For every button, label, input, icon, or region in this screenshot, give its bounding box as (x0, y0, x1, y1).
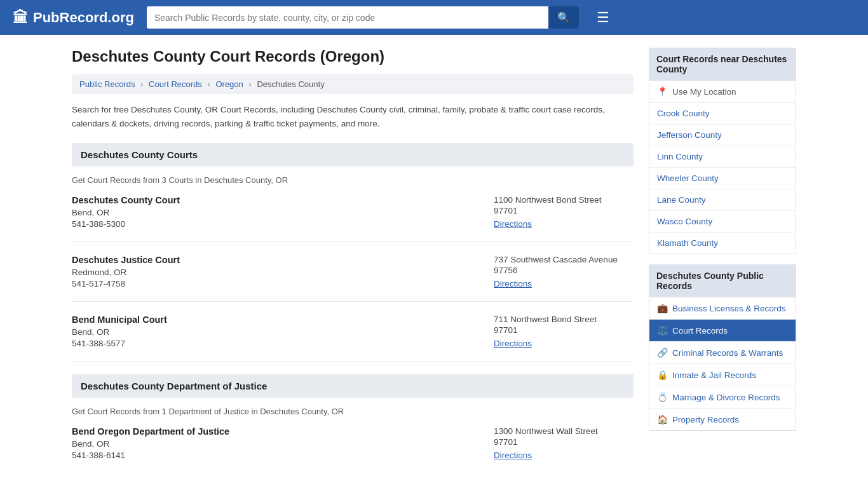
court-address-2: 711 Northwest Bond Street 97701 Directio… (494, 315, 634, 348)
house-icon: 🏠 (657, 414, 668, 424)
business-licenses-label: Business Licenses & Records (672, 304, 786, 313)
sidebar-item-court-records[interactable]: ⚖️ Court Records (649, 320, 796, 342)
directions-link-0[interactable]: Directions (494, 219, 532, 229)
klamath-county-label: Klamath County (657, 238, 718, 248)
court-address-line2-1: 97756 (494, 266, 634, 275)
court-address-line2-doj-0: 97701 (494, 437, 634, 447)
court-address-doj-0: 1300 Northwest Wall Street 97701 Directi… (494, 426, 634, 460)
court-phone-1: 541-517-4758 (72, 279, 481, 288)
court-address-line1-1: 737 Southwest Cascade Avenue (494, 255, 634, 264)
court-phone-doj-0: 541-388-6141 (72, 451, 481, 460)
court-name-2: Bend Municipal Court (72, 315, 481, 325)
court-entry-1: Deschutes Justice Court Redmond, OR 541-… (72, 255, 634, 302)
search-area: 🔍 (147, 6, 579, 29)
sidebar-item-marriage-records[interactable]: 💍 Marriage & Divorce Records (649, 386, 796, 409)
court-location-1: Redmond, OR (72, 268, 481, 277)
sidebar-item-wasco[interactable]: Wasco County (649, 211, 796, 233)
criminal-records-label: Criminal Records & Warrants (672, 348, 783, 358)
sidebar-record-items: 💼 Business Licenses & Records ⚖️ Court R… (649, 297, 796, 431)
sidebar-item-lane[interactable]: Lane County (649, 189, 796, 211)
linn-county-label: Linn County (657, 152, 703, 161)
use-my-location-label: Use My Location (672, 87, 736, 97)
property-records-label: Property Records (672, 415, 739, 424)
main-content: Deschutes County Court Records (Oregon) … (72, 48, 634, 485)
crook-county-label: Crook County (657, 109, 710, 118)
court-address-line1-2: 711 Northwest Bond Street (494, 315, 634, 324)
marriage-records-label: Marriage & Divorce Records (672, 393, 780, 402)
court-address-line1-doj-0: 1300 Northwest Wall Street (494, 426, 634, 436)
page-description: Search for free Deschutes County, OR Cou… (72, 103, 634, 130)
sidebar-nearby-items: 📍 Use My Location Crook County Jefferson… (649, 81, 796, 254)
lock-icon: 🔒 (657, 370, 668, 380)
court-location-0: Bend, OR (72, 208, 481, 217)
sidebar-item-linn[interactable]: Linn County (649, 146, 796, 168)
court-address-line2-2: 97701 (494, 325, 634, 335)
breadcrumb-sep-3: › (248, 79, 251, 89)
sidebar-item-use-location[interactable]: 📍 Use My Location (649, 81, 796, 103)
briefcase-icon: 💼 (657, 303, 668, 313)
breadcrumb-current: Deschutes County (257, 79, 324, 89)
breadcrumb-sep-1: › (140, 79, 143, 89)
section-sub-doj: Get Court Records from 1 Department of J… (72, 407, 634, 416)
breadcrumb-link-oregon[interactable]: Oregon (215, 79, 243, 89)
sidebar-item-inmate-records[interactable]: 🔒 Inmate & Jail Records (649, 364, 796, 386)
court-location-doj-0: Bend, OR (72, 439, 481, 449)
breadcrumb: Public Records › Court Records › Oregon … (72, 74, 634, 94)
breadcrumb-link-court-records[interactable]: Court Records (149, 79, 202, 89)
court-phone-0: 541-388-5300 (72, 219, 481, 229)
directions-link-1[interactable]: Directions (494, 279, 532, 288)
court-entry-doj-0: Bend Oregon Department of Justice Bend, … (72, 426, 634, 473)
court-address-0: 1100 Northwest Bond Street 97701 Directi… (494, 195, 634, 229)
court-name-doj-0: Bend Oregon Department of Justice (72, 426, 481, 437)
court-info-doj-0: Bend Oregon Department of Justice Bend, … (72, 426, 481, 460)
lane-county-label: Lane County (657, 195, 706, 205)
section-header-courts: Deschutes County Courts (72, 143, 634, 166)
sidebar-nearby-title: Court Records near Deschutes County (649, 48, 796, 81)
main-container: Deschutes County Court Records (Oregon) … (59, 35, 809, 488)
logo-text: PubRecord.org (33, 10, 134, 26)
location-icon: 📍 (657, 86, 668, 97)
section-sub-courts: Get Court Records from 3 Courts in Desch… (72, 175, 634, 185)
section-header-doj: Deschutes County Department of Justice (72, 374, 634, 398)
court-info-2: Bend Municipal Court Bend, OR 541-388-55… (72, 315, 481, 348)
logo[interactable]: 🏛 PubRecord.org (13, 9, 134, 27)
sidebar: Court Records near Deschutes County 📍 Us… (649, 48, 796, 485)
scales-icon: ⚖️ (657, 325, 668, 336)
court-address-line1-0: 1100 Northwest Bond Street (494, 195, 634, 205)
wasco-county-label: Wasco County (657, 217, 712, 226)
search-button[interactable]: 🔍 (548, 6, 579, 29)
menu-button[interactable]: ☰ (597, 10, 609, 26)
court-entry-0: Deschutes County Court Bend, OR 541-388-… (72, 195, 634, 242)
directions-link-2[interactable]: Directions (494, 339, 532, 348)
court-location-2: Bend, OR (72, 327, 481, 337)
breadcrumb-sep-2: › (207, 79, 210, 89)
court-name-0: Deschutes County Court (72, 195, 481, 205)
logo-icon: 🏛 (13, 9, 28, 27)
court-phone-2: 541-388-5577 (72, 339, 481, 348)
court-info-0: Deschutes County Court Bend, OR 541-388-… (72, 195, 481, 229)
court-entry-2: Bend Municipal Court Bend, OR 541-388-55… (72, 315, 634, 362)
sidebar-item-jefferson[interactable]: Jefferson County (649, 125, 796, 146)
sidebar-item-wheeler[interactable]: Wheeler County (649, 168, 796, 189)
court-records-label: Court Records (672, 326, 728, 336)
sidebar-item-business-licenses[interactable]: 💼 Business Licenses & Records (649, 297, 796, 320)
court-name-1: Deschutes Justice Court (72, 255, 481, 265)
sidebar-item-crook[interactable]: Crook County (649, 103, 796, 125)
jefferson-county-label: Jefferson County (657, 130, 722, 140)
page-title: Deschutes County Court Records (Oregon) (72, 48, 634, 65)
court-address-line2-0: 97701 (494, 206, 634, 215)
search-input[interactable] (147, 6, 548, 29)
court-address-1: 737 Southwest Cascade Avenue 97756 Direc… (494, 255, 634, 288)
breadcrumb-link-public-records[interactable]: Public Records (79, 79, 135, 89)
link-icon: 🔗 (657, 348, 668, 358)
sidebar-item-criminal-records[interactable]: 🔗 Criminal Records & Warrants (649, 342, 796, 364)
sidebar-item-property-records[interactable]: 🏠 Property Records (649, 409, 796, 430)
sidebar-records-title: Deschutes County Public Records (649, 264, 796, 297)
header: 🏛 PubRecord.org 🔍 ☰ (0, 0, 868, 35)
ring-icon: 💍 (657, 392, 668, 402)
inmate-records-label: Inmate & Jail Records (672, 370, 756, 380)
sidebar-item-klamath[interactable]: Klamath County (649, 233, 796, 254)
wheeler-county-label: Wheeler County (657, 173, 719, 183)
court-info-1: Deschutes Justice Court Redmond, OR 541-… (72, 255, 481, 288)
directions-link-doj-0[interactable]: Directions (494, 451, 532, 460)
